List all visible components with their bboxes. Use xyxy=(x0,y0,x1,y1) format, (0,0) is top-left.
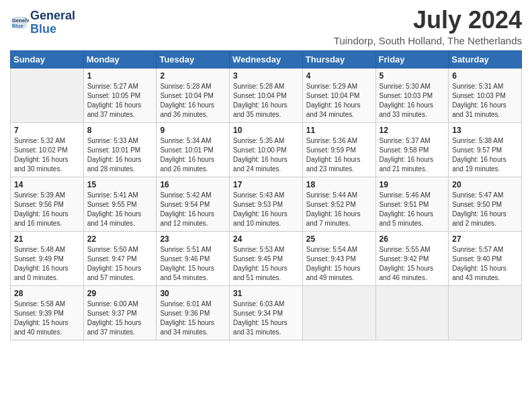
calendar-cell xyxy=(302,285,375,340)
day-number: 25 xyxy=(306,234,372,244)
calendar-cell: 12Sunrise: 5:37 AM Sunset: 9:58 PM Dayli… xyxy=(375,122,449,177)
day-info: Sunrise: 5:27 AM Sunset: 10:05 PM Daylig… xyxy=(87,82,153,120)
calendar-cell: 18Sunrise: 5:44 AM Sunset: 9:52 PM Dayli… xyxy=(302,177,375,231)
calendar-cell: 11Sunrise: 5:36 AM Sunset: 9:59 PM Dayli… xyxy=(302,122,375,177)
day-info: Sunrise: 5:58 AM Sunset: 9:39 PM Dayligh… xyxy=(14,300,80,337)
day-info: Sunrise: 5:42 AM Sunset: 9:54 PM Dayligh… xyxy=(160,191,226,228)
day-info: Sunrise: 5:35 AM Sunset: 10:00 PM Daylig… xyxy=(233,136,299,174)
calendar-cell: 4Sunrise: 5:29 AM Sunset: 10:04 PM Dayli… xyxy=(302,68,375,122)
day-number: 12 xyxy=(380,126,445,135)
header-cell-tuesday: Tuesday xyxy=(157,50,230,68)
week-row-5: 28Sunrise: 5:58 AM Sunset: 9:39 PM Dayli… xyxy=(11,285,522,340)
calendar-cell: 13Sunrise: 5:38 AM Sunset: 9:57 PM Dayli… xyxy=(449,122,522,177)
day-number: 16 xyxy=(160,180,226,189)
calendar-cell: 2Sunrise: 5:28 AM Sunset: 10:04 PM Dayli… xyxy=(157,68,230,122)
calendar-cell: 28Sunrise: 5:58 AM Sunset: 9:39 PM Dayli… xyxy=(11,285,84,340)
day-number: 18 xyxy=(306,180,372,189)
day-number: 14 xyxy=(14,180,80,189)
calendar-cell: 25Sunrise: 5:54 AM Sunset: 9:43 PM Dayli… xyxy=(302,231,375,285)
logo-text-line2: Blue xyxy=(30,23,75,36)
header-cell-sunday: Sunday xyxy=(11,50,84,68)
day-number: 24 xyxy=(233,234,299,244)
day-info: Sunrise: 5:37 AM Sunset: 9:58 PM Dayligh… xyxy=(380,136,445,174)
calendar-cell: 5Sunrise: 5:30 AM Sunset: 10:03 PM Dayli… xyxy=(375,68,449,122)
day-number: 2 xyxy=(160,71,226,81)
day-info: Sunrise: 5:43 AM Sunset: 9:53 PM Dayligh… xyxy=(233,191,299,228)
calendar-cell: 17Sunrise: 5:43 AM Sunset: 9:53 PM Dayli… xyxy=(230,177,303,231)
day-info: Sunrise: 5:31 AM Sunset: 10:03 PM Daylig… xyxy=(452,82,518,120)
calendar-cell: 6Sunrise: 5:31 AM Sunset: 10:03 PM Dayli… xyxy=(449,68,522,122)
header-row: SundayMondayTuesdayWednesdayThursdayFrid… xyxy=(11,50,522,68)
calendar-cell: 19Sunrise: 5:46 AM Sunset: 9:51 PM Dayli… xyxy=(375,177,449,231)
week-row-3: 14Sunrise: 5:39 AM Sunset: 9:56 PM Dayli… xyxy=(11,177,522,231)
day-number: 27 xyxy=(452,234,518,244)
day-info: Sunrise: 5:44 AM Sunset: 9:52 PM Dayligh… xyxy=(306,191,372,228)
month-title: July 2024 xyxy=(334,7,522,34)
calendar-cell: 16Sunrise: 5:42 AM Sunset: 9:54 PM Dayli… xyxy=(157,177,230,231)
day-number: 20 xyxy=(452,180,518,189)
day-number: 30 xyxy=(160,289,226,298)
calendar-cell: 22Sunrise: 5:50 AM Sunset: 9:47 PM Dayli… xyxy=(83,231,157,285)
day-number: 22 xyxy=(87,234,153,244)
calendar-cell: 21Sunrise: 5:48 AM Sunset: 9:49 PM Dayli… xyxy=(11,231,84,285)
day-info: Sunrise: 5:36 AM Sunset: 9:59 PM Dayligh… xyxy=(306,136,372,174)
title-block: July 2024 Tuindorp, South Holland, The N… xyxy=(334,7,522,46)
day-number: 23 xyxy=(160,234,226,244)
calendar-header: SundayMondayTuesdayWednesdayThursdayFrid… xyxy=(11,50,522,68)
calendar-cell xyxy=(11,68,84,122)
week-row-2: 7Sunrise: 5:32 AM Sunset: 10:02 PM Dayli… xyxy=(11,122,522,177)
day-info: Sunrise: 5:55 AM Sunset: 9:42 PM Dayligh… xyxy=(380,245,445,283)
calendar-cell xyxy=(449,285,522,340)
calendar-cell: 23Sunrise: 5:51 AM Sunset: 9:46 PM Dayli… xyxy=(157,231,230,285)
day-info: Sunrise: 6:00 AM Sunset: 9:37 PM Dayligh… xyxy=(87,300,153,337)
day-info: Sunrise: 5:53 AM Sunset: 9:45 PM Dayligh… xyxy=(233,245,299,283)
day-info: Sunrise: 5:54 AM Sunset: 9:43 PM Dayligh… xyxy=(306,245,372,283)
day-info: Sunrise: 5:39 AM Sunset: 9:56 PM Dayligh… xyxy=(14,191,80,228)
day-info: Sunrise: 5:28 AM Sunset: 10:04 PM Daylig… xyxy=(160,82,226,120)
day-info: Sunrise: 6:01 AM Sunset: 9:36 PM Dayligh… xyxy=(160,300,226,337)
calendar-cell: 31Sunrise: 6:03 AM Sunset: 9:34 PM Dayli… xyxy=(230,285,303,340)
header-cell-friday: Friday xyxy=(375,50,449,68)
day-number: 29 xyxy=(87,289,153,298)
day-number: 5 xyxy=(380,71,445,81)
day-number: 11 xyxy=(306,126,372,135)
calendar-cell: 9Sunrise: 5:34 AM Sunset: 10:01 PM Dayli… xyxy=(157,122,230,177)
day-info: Sunrise: 5:38 AM Sunset: 9:57 PM Dayligh… xyxy=(452,136,518,174)
header-cell-wednesday: Wednesday xyxy=(230,50,303,68)
logo: General Blue General Blue xyxy=(10,9,75,36)
calendar-cell: 24Sunrise: 5:53 AM Sunset: 9:45 PM Dayli… xyxy=(230,231,303,285)
calendar-cell: 3Sunrise: 5:28 AM Sunset: 10:04 PM Dayli… xyxy=(230,68,303,122)
day-number: 13 xyxy=(452,126,518,135)
day-info: Sunrise: 5:48 AM Sunset: 9:49 PM Dayligh… xyxy=(14,245,80,283)
day-info: Sunrise: 5:33 AM Sunset: 10:01 PM Daylig… xyxy=(87,136,153,174)
svg-text:Blue: Blue xyxy=(12,23,24,29)
calendar-body: 1Sunrise: 5:27 AM Sunset: 10:05 PM Dayli… xyxy=(11,68,522,340)
calendar-cell: 26Sunrise: 5:55 AM Sunset: 9:42 PM Dayli… xyxy=(375,231,449,285)
calendar-cell: 30Sunrise: 6:01 AM Sunset: 9:36 PM Dayli… xyxy=(157,285,230,340)
calendar-cell: 29Sunrise: 6:00 AM Sunset: 9:37 PM Dayli… xyxy=(83,285,157,340)
calendar-cell: 1Sunrise: 5:27 AM Sunset: 10:05 PM Dayli… xyxy=(83,68,157,122)
calendar-cell: 10Sunrise: 5:35 AM Sunset: 10:00 PM Dayl… xyxy=(230,122,303,177)
calendar-cell: 8Sunrise: 5:33 AM Sunset: 10:01 PM Dayli… xyxy=(83,122,157,177)
day-info: Sunrise: 5:28 AM Sunset: 10:04 PM Daylig… xyxy=(233,82,299,120)
day-info: Sunrise: 5:29 AM Sunset: 10:04 PM Daylig… xyxy=(306,82,372,120)
day-number: 4 xyxy=(306,71,372,81)
day-number: 26 xyxy=(380,234,445,244)
calendar-cell: 27Sunrise: 5:57 AM Sunset: 9:40 PM Dayli… xyxy=(449,231,522,285)
calendar-cell: 7Sunrise: 5:32 AM Sunset: 10:02 PM Dayli… xyxy=(11,122,84,177)
day-number: 1 xyxy=(87,71,153,81)
calendar-cell: 20Sunrise: 5:47 AM Sunset: 9:50 PM Dayli… xyxy=(449,177,522,231)
day-number: 21 xyxy=(14,234,80,244)
calendar-cell: 15Sunrise: 5:41 AM Sunset: 9:55 PM Dayli… xyxy=(83,177,157,231)
week-row-4: 21Sunrise: 5:48 AM Sunset: 9:49 PM Dayli… xyxy=(11,231,522,285)
day-info: Sunrise: 5:34 AM Sunset: 10:01 PM Daylig… xyxy=(160,136,226,174)
day-number: 28 xyxy=(14,289,80,298)
calendar-table: SundayMondayTuesdayWednesdayThursdayFrid… xyxy=(10,50,522,340)
header-cell-saturday: Saturday xyxy=(449,50,522,68)
page-header: General Blue General Blue July 2024 Tuin… xyxy=(10,7,522,46)
day-number: 17 xyxy=(233,180,299,189)
calendar-cell xyxy=(375,285,449,340)
day-info: Sunrise: 5:41 AM Sunset: 9:55 PM Dayligh… xyxy=(87,191,153,228)
day-number: 19 xyxy=(380,180,445,189)
logo-text-line1: General xyxy=(30,9,75,23)
